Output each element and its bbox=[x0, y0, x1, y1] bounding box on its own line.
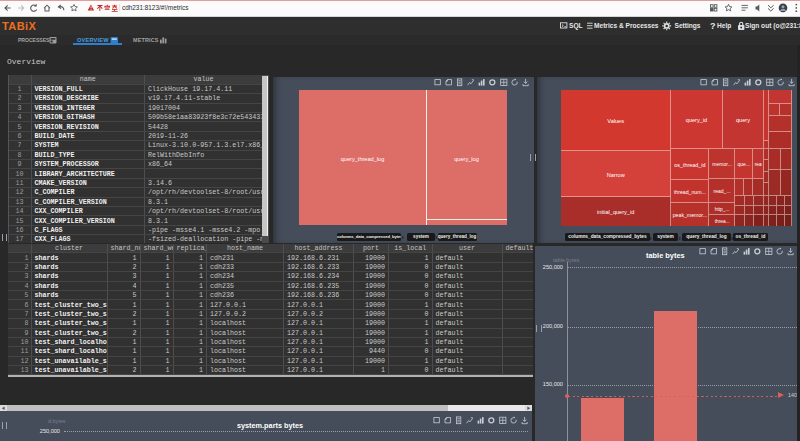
svg-text:?: ? bbox=[710, 21, 716, 31]
